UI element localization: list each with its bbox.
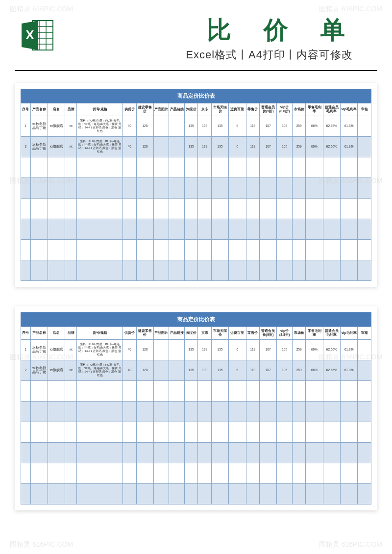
cell-empty xyxy=(123,198,136,219)
cell-empty xyxy=(211,177,228,198)
cell-empty xyxy=(341,157,358,177)
column-header: vip毛利率 xyxy=(341,327,358,339)
table-row: 1xx秋冬新品马丁靴xx旗舰店xx面料：PU革/内里：PU革+短毛绒；/中底：短… xyxy=(21,339,371,360)
cell-suggest: 120 xyxy=(136,136,153,157)
cell-empty xyxy=(136,422,153,442)
column-header: 普通会员毛利率 xyxy=(323,103,340,116)
table-row: 2xx秋冬新品马丁靴xx旗舰店xx面料：PU革/内里：PU革+短毛绒；/中底：短… xyxy=(21,360,371,380)
cell-empty xyxy=(341,463,358,483)
column-header: 零售毛利率 xyxy=(306,103,323,116)
cell-seq: 1 xyxy=(21,339,31,360)
cell-empty xyxy=(198,483,211,504)
header-section: X 比 价 单 Excel格式丨A4打印丨内容可修改 xyxy=(0,0,392,70)
column-header: 供货价 xyxy=(123,327,136,339)
cell-retail: 119 xyxy=(246,116,259,136)
cell-empty xyxy=(30,422,48,442)
cell-empty xyxy=(229,239,246,260)
cell-empty xyxy=(169,483,184,504)
sheet-preview-1: 商品定价比价表序号产品名称店名品牌货号/规格供货价建议零售价产品图片产品链接淘宝… xyxy=(15,83,377,287)
cell-shop: xx旗舰店 xyxy=(48,116,65,136)
cell-name: xx秋冬新品马丁靴 xyxy=(30,360,48,380)
cell-shop: xx旗舰店 xyxy=(48,360,65,380)
cell-viprate: 61.8% xyxy=(341,136,358,157)
cell-empty xyxy=(136,401,153,422)
cell-empty xyxy=(136,442,153,463)
column-header: 产品链接 xyxy=(169,327,184,339)
cell-empty xyxy=(154,219,169,239)
cell-empty xyxy=(184,219,197,239)
cell-empty xyxy=(229,401,246,422)
cell-name: xx秋冬新品马丁靴 xyxy=(30,339,48,360)
cell-empty xyxy=(211,260,228,280)
cell-empty xyxy=(277,177,292,198)
cell-empty xyxy=(21,260,31,280)
cell-empty xyxy=(358,401,371,422)
cell-empty xyxy=(246,260,259,280)
cell-empty xyxy=(260,483,277,504)
cell-empty xyxy=(76,422,122,442)
cell-empty xyxy=(323,463,340,483)
cell-empty xyxy=(154,442,169,463)
cell-empty xyxy=(306,380,323,401)
cell-empty xyxy=(123,219,136,239)
cell-empty xyxy=(30,401,48,422)
cell-empty xyxy=(277,198,292,219)
cell-empty xyxy=(136,198,153,219)
cell-empty xyxy=(169,463,184,483)
cell-empty xyxy=(358,198,371,219)
column-header: 零售价 xyxy=(246,103,259,116)
cell-empty xyxy=(30,219,48,239)
svg-text:X: X xyxy=(25,27,34,42)
cell-empty xyxy=(306,198,323,219)
cell-jd: 139 xyxy=(198,116,211,136)
cell-empty xyxy=(260,239,277,260)
column-header: 货号/规格 xyxy=(76,327,122,339)
column-header: 建议零售价 xyxy=(136,103,153,116)
sheet-preview-2: 商品定价比价表序号产品名称店名品牌货号/规格供货价建议零售价产品图片产品链接淘宝… xyxy=(15,306,377,510)
cell-empty xyxy=(198,157,211,177)
table-row-empty xyxy=(21,260,371,280)
cell-empty xyxy=(65,483,77,504)
cell-empty xyxy=(154,157,169,177)
table-row-empty xyxy=(21,157,371,177)
cell-empty xyxy=(48,442,65,463)
cell-empty xyxy=(323,483,340,504)
cell-empty xyxy=(76,483,122,504)
pricing-table: 序号产品名称店名品牌货号/规格供货价建议零售价产品图片产品链接淘宝价京东市场天猫… xyxy=(21,103,371,281)
cell-empty xyxy=(136,177,153,198)
column-header: 市场天猫价 xyxy=(211,327,228,339)
cell-empty xyxy=(341,442,358,463)
cell-empty xyxy=(30,177,48,198)
cell-empty xyxy=(76,157,122,177)
column-header: 审核 xyxy=(358,327,371,339)
cell-link xyxy=(169,339,184,360)
table-row: 1xx秋冬新品马丁靴xx旗舰店xx面料：PU革/内里：PU革+短毛绒；/中底：短… xyxy=(21,116,371,136)
column-header: 京东 xyxy=(198,327,211,339)
cell-vip: 105 xyxy=(277,136,292,157)
cell-empty xyxy=(260,442,277,463)
cell-empty xyxy=(136,483,153,504)
cell-empty xyxy=(323,260,340,280)
cell-empty xyxy=(154,401,169,422)
watermark: 图精灵 616PIC.COM xyxy=(10,540,73,549)
cell-supply: 40 xyxy=(123,116,136,136)
cell-empty xyxy=(246,380,259,401)
cell-brand: xx xyxy=(65,116,77,136)
cell-empty xyxy=(154,422,169,442)
cell-empty xyxy=(48,198,65,219)
cell-empty xyxy=(211,157,228,177)
cell-taobao: 135 xyxy=(184,136,197,157)
column-header: 运费百里 xyxy=(229,103,246,116)
cell-empty xyxy=(277,442,292,463)
cell-empty xyxy=(30,380,48,401)
cell-empty xyxy=(211,401,228,422)
cell-empty xyxy=(184,422,197,442)
column-header: 序号 xyxy=(21,327,31,339)
cell-empty xyxy=(246,198,259,219)
cell-suggest: 120 xyxy=(136,116,153,136)
cell-empty xyxy=(277,422,292,442)
cell-empty xyxy=(184,463,197,483)
cell-empty xyxy=(229,219,246,239)
cell-empty xyxy=(246,463,259,483)
cell-taobao: 135 xyxy=(184,116,197,136)
